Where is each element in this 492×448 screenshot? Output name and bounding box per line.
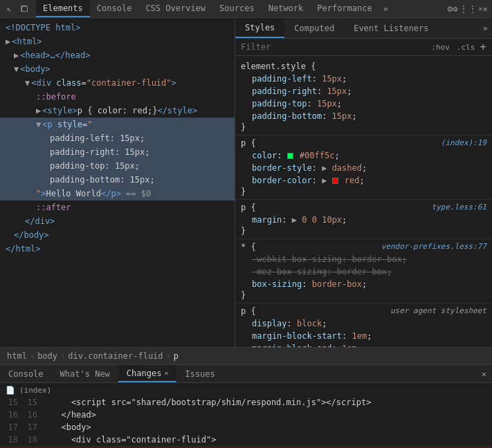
breadcrumb-div[interactable]: div.container-fluid (66, 351, 164, 361)
style-selector-p2[interactable]: p { (241, 203, 256, 212)
style-selector-p3[interactable]: p { (241, 306, 256, 316)
toolbar-icons: ↖ ⧠ (3, 3, 30, 15)
breadcrumb-body[interactable]: body (36, 351, 59, 361)
style-origin3: vendor-prefixes.less:77 (381, 242, 486, 253)
tab-bottom-changes[interactable]: Changes ✕ (118, 365, 177, 382)
style-origin: (index):19 (441, 138, 486, 149)
style-close-brace: } (241, 290, 486, 300)
dom-line-p-selected[interactable]: ▼<p style=" (0, 118, 235, 131)
hov-filter-button[interactable]: :hov (429, 42, 452, 53)
style-prop-webkit[interactable]: -webkit-box-sizing: border-box; (241, 253, 486, 265)
tab-computed[interactable]: Computed (284, 18, 344, 38)
diff-file-name: (index) (19, 386, 51, 395)
dom-line-before: ::before (0, 90, 235, 104)
expand-triangle[interactable]: ▶ (14, 50, 19, 60)
filter-input[interactable] (241, 42, 426, 52)
style-block-star-vendor: * { vendor-prefixes.less:77 -webkit-box-… (235, 239, 492, 304)
style-origin-link2[interactable]: type.less:61 (432, 203, 486, 212)
expand-triangle[interactable]: ▼ (14, 64, 19, 74)
diff-line-15: 15 15 <script src="shared/bootstrap/shim… (0, 396, 492, 409)
color-swatch-red[interactable] (332, 178, 338, 184)
dom-line-body[interactable]: ▼<body> (0, 62, 235, 76)
dom-panel: <!DOCTYPE html> ▶<html> ▶<head>…</head> … (0, 18, 235, 347)
style-prop-margin[interactable]: margin: ▶ 0 0 10px; (241, 214, 486, 226)
bottom-tabs: Console What's New Changes ✕ Issues ✕ (0, 365, 492, 383)
styles-panel: Styles Computed Event Listeners » :hov .… (235, 18, 492, 347)
style-block-p-index: p { (index):19 color: #00ff5c; border-st… (235, 136, 492, 200)
style-selector[interactable]: element.style { (241, 62, 486, 71)
style-prop-padding-left[interactable]: padding-left: 15px; (241, 73, 486, 85)
style-prop-padding-bottom[interactable]: padding-bottom: 15px; (241, 110, 486, 122)
styles-more-tabs[interactable]: » (479, 18, 492, 38)
tab-css-overview[interactable]: CSS Overview (138, 0, 212, 17)
filter-buttons: :hov .cls (429, 42, 477, 53)
top-toolbar: ↖ ⧠ Elements Console CSS Overview Source… (0, 0, 492, 18)
color-swatch-green[interactable] (287, 153, 293, 159)
dom-line-style[interactable]: ▶<style>p { color: red;}</style> (0, 104, 235, 118)
diff-line-18: 18 18 <div class="container-fluid"> (0, 433, 492, 446)
expand-triangle[interactable]: ▶ (36, 106, 41, 115)
dom-line-body-close: </body> (0, 228, 235, 242)
style-prop-color[interactable]: color: #00ff5c; (241, 149, 486, 162)
style-prop-padding-right[interactable]: padding-right: 15px; (241, 85, 486, 97)
tab-bottom-console[interactable]: Console (0, 365, 52, 382)
tab-styles[interactable]: Styles (235, 18, 284, 38)
device-icon[interactable]: ⧠ (18, 3, 30, 15)
breadcrumb-html[interactable]: html (6, 351, 28, 361)
style-prop-padding-top[interactable]: padding-top: 15px; (241, 97, 486, 110)
style-prop-margin-block-end[interactable]: margin-block-end: 1em; (241, 342, 486, 347)
bottom-panel: Console What's New Changes ✕ Issues ✕ 📄 … (0, 365, 492, 448)
dom-line-p-close[interactable]: ">Hello World</p> == $0 (0, 187, 235, 200)
styles-tabs: Styles Computed Event Listeners » (235, 18, 492, 39)
diff-file-icon: 📄 (6, 386, 15, 395)
style-block-p-useragent: p { user agent stylesheet display: block… (235, 304, 492, 347)
expand-triangle[interactable]: ▼ (25, 78, 30, 88)
tab-elements[interactable]: Elements (36, 0, 90, 17)
style-origin4: user agent stylesheet (390, 306, 486, 317)
expand-value-icon2[interactable]: ▶ (322, 174, 327, 187)
styles-filter-bar: :hov .cls + (235, 39, 492, 56)
settings-icon[interactable]: ⚙ (446, 3, 459, 15)
style-prop-margin-block-start[interactable]: margin-block-start: 1em; (241, 330, 486, 342)
style-prop-box-sizing[interactable]: box-sizing: border-box; (241, 278, 486, 290)
style-selector-star[interactable]: * { (241, 242, 256, 252)
close-devtools-icon[interactable]: ✕ (477, 3, 489, 15)
inspect-icon[interactable]: ↖ (3, 3, 15, 15)
expand-triangle[interactable]: ▼ (36, 120, 41, 129)
styles-content: element.style { padding-left: 15px; padd… (235, 56, 492, 347)
close-bottom-panel-button[interactable]: ✕ (476, 365, 492, 382)
kebab-menu-icon[interactable]: ⋮ (462, 3, 474, 15)
tab-console[interactable]: Console (90, 0, 139, 17)
style-close-brace: } (241, 187, 486, 196)
dom-line-pad-right: padding-right: 15px; (0, 145, 235, 159)
expand-value-icon[interactable]: ▶ (322, 162, 327, 174)
tab-network[interactable]: Network (262, 0, 311, 17)
dom-line-html-close: </html> (0, 242, 235, 256)
dom-line-pad-top: padding-top: 15px; (0, 159, 235, 173)
expand-triangle[interactable]: ▶ (6, 37, 10, 46)
style-prop-border-style[interactable]: border-style: ▶ dashed; (241, 162, 486, 174)
tab-sources[interactable]: Sources (212, 0, 262, 17)
expand-margin-icon[interactable]: ▶ (292, 214, 297, 226)
style-origin2: type.less:61 (432, 203, 486, 214)
style-origin-link3[interactable]: vendor-prefixes.less:77 (381, 242, 486, 251)
diff-content: 📄 (index) 15 15 <script src="shared/boot… (0, 383, 492, 448)
style-prop-display[interactable]: display: block; (241, 317, 486, 330)
dom-line-div[interactable]: ▼<div class="container-fluid"> (0, 76, 235, 90)
more-tabs-button[interactable]: » (379, 0, 392, 17)
tab-performance[interactable]: Performance (310, 0, 379, 17)
style-prop-border-color[interactable]: border-color: ▶ red; (241, 174, 486, 187)
tab-event-listeners[interactable]: Event Listeners (344, 18, 438, 38)
style-origin-link[interactable]: (index):19 (441, 138, 486, 147)
tab-bottom-issues[interactable]: Issues (176, 365, 223, 382)
style-selector-p[interactable]: p { (241, 138, 256, 148)
style-prop-moz[interactable]: -moz-box-sizing: border-box; (241, 265, 486, 278)
tab-bottom-whatsnew[interactable]: What's New (52, 365, 118, 382)
top-tabs: Elements Console CSS Overview Sources Ne… (36, 0, 392, 17)
dom-line-html[interactable]: ▶<html> (0, 35, 235, 48)
dom-line-head[interactable]: ▶<head>…</head> (0, 48, 235, 62)
add-style-button[interactable]: + (480, 41, 486, 53)
breadcrumb-p[interactable]: p (172, 351, 180, 361)
tab-changes-close-icon[interactable]: ✕ (164, 369, 168, 377)
cls-filter-button[interactable]: .cls (455, 42, 477, 53)
